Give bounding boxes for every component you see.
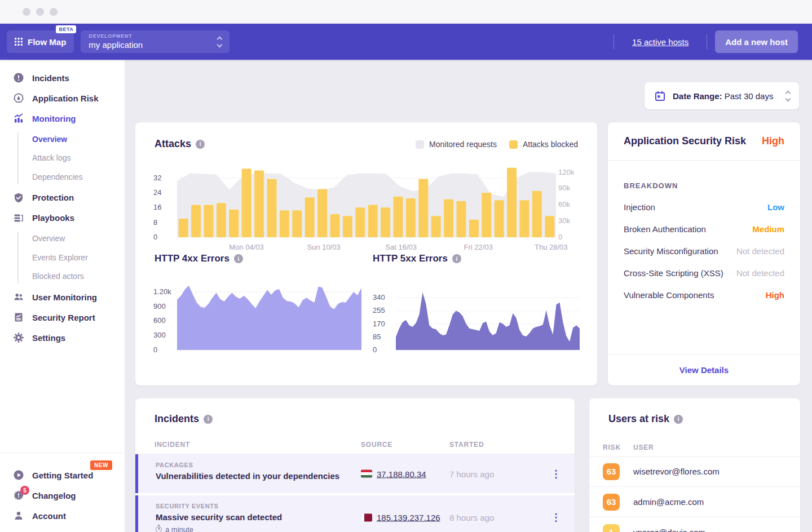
incident-started: 8 hours ago <box>449 513 494 522</box>
user-at-risk-row[interactable]: 1 vperez@davis.com <box>589 517 800 532</box>
axis-tick-label: 170 <box>373 320 385 329</box>
stopwatch-icon <box>156 526 162 532</box>
axis-tick-label: Sun 10/03 <box>307 243 340 252</box>
sidebar-item-monitoring-overview[interactable]: Overview <box>0 130 125 149</box>
header-divider <box>707 34 707 49</box>
axis-tick-label: 8 <box>153 218 157 227</box>
window-controls[interactable] <box>23 8 58 16</box>
source-ip-link[interactable]: 37.188.80.34 <box>377 469 426 478</box>
sidebar-footer: NEW Getting Started 5 Changelog Account <box>0 453 124 532</box>
user-at-risk-row[interactable]: 63 admin@acme.com <box>589 487 800 517</box>
main-content: Date Range: Past 30 days Attacks i Monit… <box>125 60 812 532</box>
alert-circle-icon <box>12 72 25 83</box>
sidebar-item-blocked-actors[interactable]: Blocked actors <box>0 267 125 286</box>
axis-tick-label: 60k <box>558 200 570 209</box>
sidebar: Incidents Application Risk Monitoring Ov… <box>0 60 125 532</box>
environment-label: DEVELOPMENT <box>89 34 143 39</box>
sidebar-item-account[interactable]: Account <box>0 506 124 526</box>
qatar-flag-icon <box>361 513 372 521</box>
http-4xx-chart-plot[interactable] <box>177 285 361 350</box>
axis-tick-label: 1.20k <box>153 287 171 296</box>
sidebar-item-user-monitoring[interactable]: User Monitoring <box>0 287 125 307</box>
sidebar-item-playbooks-overview[interactable]: Overview <box>0 229 125 249</box>
person-icon <box>12 510 25 521</box>
axis-tick-label: Fri 22/03 <box>464 243 493 252</box>
incidents-title: Incidents <box>155 413 199 425</box>
source-ip-link[interactable]: 185.139.237.126 <box>377 513 440 522</box>
incident-category: PACKAGES <box>156 462 193 468</box>
chevron-updown-icon <box>786 91 790 101</box>
incident-started: 7 hours ago <box>449 469 494 478</box>
play-circle-icon <box>12 469 25 481</box>
environment-value: my application <box>89 41 143 50</box>
changelog-icon: 5 <box>12 490 25 501</box>
axis-tick-label: 24 <box>153 188 161 197</box>
user-email: admin@acme.com <box>633 497 704 507</box>
sidebar-item-incidents[interactable]: Incidents <box>0 68 125 88</box>
axis-tick-label: Sat 16/03 <box>385 243 417 252</box>
info-icon[interactable]: i <box>204 415 213 424</box>
column-source: SOURCE <box>361 441 392 449</box>
sidebar-item-security-report[interactable]: Security Report <box>0 307 125 327</box>
axis-tick-label: 255 <box>373 306 385 315</box>
risk-value: Low <box>767 202 784 212</box>
axis-tick-label: 340 <box>373 293 385 302</box>
incidents-panel: Incidents i INCIDENT SOURCE STARTED PACK… <box>135 398 575 532</box>
environment-select[interactable]: DEVELOPMENT my application <box>81 30 230 53</box>
window-titlebar <box>0 0 812 24</box>
attacks-chart-plot[interactable] <box>177 167 556 237</box>
incident-title: Massive security scan detected <box>156 512 282 522</box>
axis-tick-label: 30k <box>558 216 570 225</box>
axis-tick-label: Mon 04/03 <box>229 243 263 252</box>
incident-row-security-events[interactable]: SECURITY EVENTS Massive security scan de… <box>135 495 575 532</box>
http-5xx-chart-plot[interactable] <box>396 285 580 350</box>
chevron-updown-icon <box>218 37 222 47</box>
user-email: vperez@davis.com <box>633 527 705 532</box>
window-close-button[interactable] <box>23 8 30 16</box>
sidebar-item-dependencies[interactable]: Dependencies <box>0 167 125 187</box>
users-at-risk-panel: Users at risk i RISK USER 63 wisetrevor@… <box>589 398 800 532</box>
axis-tick-label: 120k <box>558 168 574 177</box>
sidebar-item-changelog[interactable]: 5 Changelog <box>0 485 124 506</box>
info-icon[interactable]: i <box>674 415 683 424</box>
sidebar-item-application-risk[interactable]: Application Risk <box>0 88 125 108</box>
kebab-menu-button[interactable]: ⋮ <box>551 512 561 522</box>
axis-tick-label: 600 <box>153 316 166 325</box>
incident-row-packages[interactable]: PACKAGES Vulnerabilities detected in you… <box>135 454 575 493</box>
changelog-count-badge: 5 <box>20 486 29 495</box>
date-range-text: Date Range: Past 30 days <box>673 91 773 101</box>
kebab-menu-button[interactable]: ⋮ <box>551 469 561 479</box>
window-minimize-button[interactable] <box>36 8 44 16</box>
risk-row-injection: Injection Low <box>624 202 784 212</box>
calendar-icon <box>655 91 665 101</box>
risk-heptagon-icon <box>12 92 25 104</box>
axis-tick-label: 900 <box>153 302 166 311</box>
risk-row-broken-authentication: Broken Authentication Medium <box>624 224 784 234</box>
active-hosts-link[interactable]: 15 active hosts <box>632 37 689 47</box>
risk-score-badge: 1 <box>603 524 620 532</box>
users-icon <box>12 291 25 303</box>
axis-tick-label: 0 <box>373 345 377 354</box>
user-email: wisetrevor@flores.com <box>633 467 720 476</box>
sidebar-item-events-explorer[interactable]: Events Explorer <box>0 248 125 267</box>
sidebar-item-protection[interactable]: Protection <box>0 188 125 208</box>
column-incident: INCIDENT <box>155 441 190 449</box>
risk-score-badge: 63 <box>603 463 620 480</box>
charts-panel: Attacks i Monitored requests Attacks blo… <box>135 122 597 385</box>
date-range-select[interactable]: Date Range: Past 30 days <box>645 82 799 109</box>
window-zoom-button[interactable] <box>50 8 58 16</box>
user-at-risk-row[interactable]: 63 wisetrevor@flores.com <box>589 456 800 487</box>
axis-tick-label: 300 <box>153 331 166 340</box>
breakdown-label: BREAKDOWN <box>624 181 784 190</box>
playbook-list-icon <box>12 212 25 224</box>
add-new-host-button[interactable]: Add a new host <box>715 30 798 53</box>
sidebar-item-playbooks[interactable]: Playbooks <box>0 208 125 228</box>
risk-row-xss: Cross-Site Scripting (XSS) Not detected <box>624 268 784 278</box>
sidebar-item-settings[interactable]: Settings <box>0 327 125 348</box>
sidebar-item-monitoring[interactable]: Monitoring <box>0 108 125 128</box>
sidebar-item-attack-logs[interactable]: Attack logs <box>0 149 125 168</box>
risk-panel-title: Application Security Risk <box>624 135 746 147</box>
flow-map-button[interactable]: Flow Map BETA <box>7 30 74 53</box>
beta-badge: BETA <box>56 25 76 33</box>
view-details-link[interactable]: View Details <box>679 365 729 375</box>
